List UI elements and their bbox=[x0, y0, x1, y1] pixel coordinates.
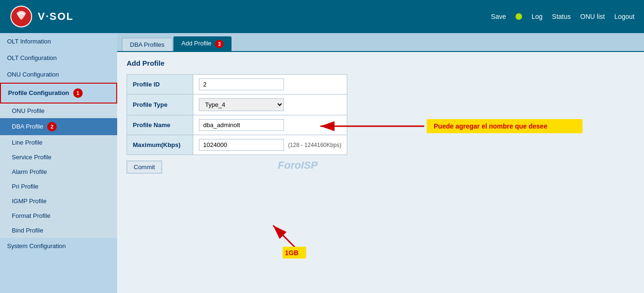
sidebar-item-olt-information[interactable]: OLT Information bbox=[0, 33, 117, 50]
status-dot bbox=[515, 13, 522, 20]
sidebar-item-olt-configuration[interactable]: OLT Configuration bbox=[0, 50, 117, 66]
sidebar-item-alarm-profile[interactable]: Alarm Profile bbox=[0, 164, 117, 179]
svg-text:Puede agregar el nombre que de: Puede agregar el nombre que desee bbox=[434, 122, 548, 130]
main-layout: OLT Information OLT Configuration ONU Co… bbox=[0, 33, 644, 293]
page-content: Add Profile Profile ID Profile Type Type… bbox=[117, 52, 644, 181]
sidebar-item-dba-profile[interactable]: DBA Profile 2 bbox=[0, 118, 117, 135]
annotation-arrow-commit: 1GB bbox=[259, 221, 401, 259]
profile-type-row: Profile Type Type_1 Type_2 Type_3 Type_4… bbox=[127, 95, 347, 115]
nav-logout[interactable]: Logout bbox=[614, 13, 635, 20]
tab-dba-profiles[interactable]: DBA Profiles bbox=[122, 38, 172, 51]
header: V·SOL Save Log Status ONU list Logout bbox=[0, 0, 644, 33]
profile-config-badge: 1 bbox=[73, 88, 83, 98]
tab-add-profile[interactable]: Add Profile 3 bbox=[173, 36, 232, 51]
commit-button[interactable]: Commit bbox=[127, 161, 162, 173]
nav-status[interactable]: Status bbox=[552, 13, 571, 20]
maximum-row: Maximum(Kbps) (128 - 1244160Kbps) bbox=[127, 135, 347, 155]
sidebar-item-format-profile[interactable]: Format Profile bbox=[0, 208, 117, 223]
profile-id-input[interactable] bbox=[199, 78, 284, 90]
logo-text: V·SOL bbox=[38, 10, 74, 23]
sidebar-item-service-profile[interactable]: Service Profile bbox=[0, 150, 117, 164]
svg-text:1GB: 1GB bbox=[285, 249, 299, 257]
svg-rect-7 bbox=[283, 247, 306, 259]
sidebar-item-pri-profile[interactable]: Pri Profile bbox=[0, 179, 117, 194]
sidebar-item-igmp-profile[interactable]: IGMP Profile bbox=[0, 194, 117, 208]
sidebar-item-onu-profile[interactable]: ONU Profile bbox=[0, 103, 117, 118]
maximum-label: Maximum(Kbps) bbox=[127, 135, 193, 155]
profile-name-label: Profile Name bbox=[127, 115, 193, 135]
content-area: DBA Profiles Add Profile 3 Add Profile P… bbox=[117, 33, 644, 293]
sidebar-item-system-configuration[interactable]: System Configuration bbox=[0, 238, 117, 254]
add-profile-badge: 3 bbox=[215, 40, 223, 48]
save-label: Save bbox=[491, 13, 506, 20]
watermark: ForoISP bbox=[278, 159, 318, 172]
profile-name-input[interactable] bbox=[199, 119, 284, 131]
form-area: Profile ID Profile Type Type_1 Type_2 Ty… bbox=[127, 74, 635, 173]
logo-area: V·SOL bbox=[9, 5, 74, 28]
logo-icon bbox=[9, 5, 33, 28]
sidebar-item-bind-profile[interactable]: Bind Profile bbox=[0, 223, 117, 238]
profile-type-select[interactable]: Type_1 Type_2 Type_3 Type_4 Type_5 bbox=[199, 98, 284, 111]
header-right: Save Log Status ONU list Logout bbox=[491, 13, 635, 20]
nav-log[interactable]: Log bbox=[532, 13, 542, 20]
profile-id-row: Profile ID bbox=[127, 75, 347, 95]
sidebar-item-profile-configuration[interactable]: Profile Configuration 1 bbox=[0, 83, 117, 103]
profile-name-row: Profile Name bbox=[127, 115, 347, 135]
tab-bar: DBA Profiles Add Profile 3 bbox=[117, 33, 644, 52]
sidebar-item-line-profile[interactable]: Line Profile bbox=[0, 135, 117, 150]
nav-onu-list[interactable]: ONU list bbox=[580, 13, 605, 20]
maximum-input[interactable] bbox=[199, 139, 284, 151]
page-title: Add Profile bbox=[127, 59, 635, 67]
dba-profile-badge: 2 bbox=[47, 122, 57, 131]
svg-rect-3 bbox=[427, 119, 583, 133]
sidebar: OLT Information OLT Configuration ONU Co… bbox=[0, 33, 117, 293]
profile-type-label: Profile Type bbox=[127, 95, 193, 115]
kbps-hint: (128 - 1244160Kbps) bbox=[288, 142, 342, 148]
profile-id-label: Profile ID bbox=[127, 75, 193, 95]
add-profile-form: Profile ID Profile Type Type_1 Type_2 Ty… bbox=[127, 74, 347, 155]
svg-line-6 bbox=[273, 225, 297, 249]
sidebar-item-onu-configuration[interactable]: ONU Configuration bbox=[0, 66, 117, 83]
